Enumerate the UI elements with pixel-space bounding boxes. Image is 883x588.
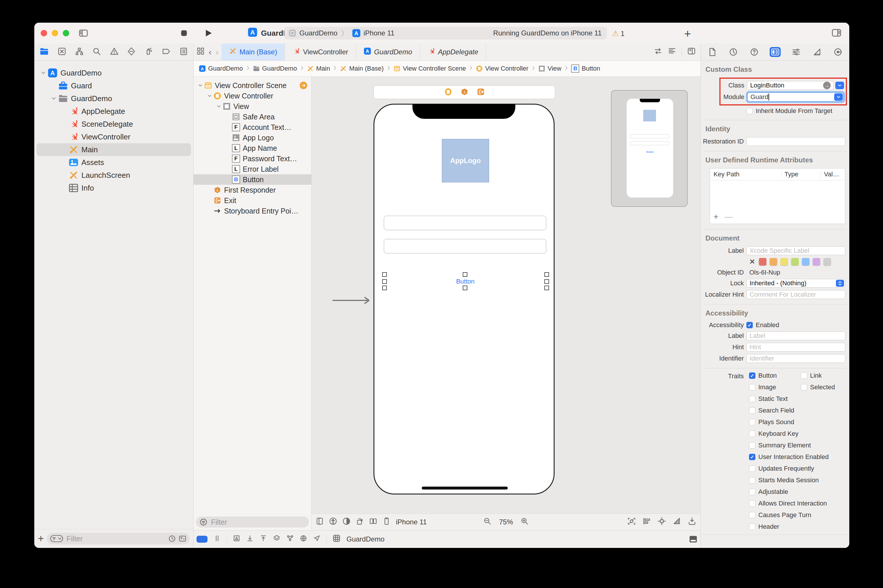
color-swatch[interactable] <box>770 258 777 266</box>
selection-handle[interactable] <box>544 286 549 290</box>
sidebar-item-guard[interactable]: Guard <box>37 79 191 92</box>
file-inspector-icon[interactable] <box>707 47 718 57</box>
tab-appdelegate[interactable]: AppDelegate <box>420 44 486 60</box>
breadcrumb-main-base-[interactable]: Main (Base) <box>340 65 384 72</box>
running-app-name[interactable]: GuardDemo <box>347 535 384 543</box>
canvas-device-label[interactable]: iPhone 11 <box>396 518 426 526</box>
memory-graph-icon[interactable] <box>286 534 294 544</box>
breadcrumb-view-controller[interactable]: View Controller <box>476 65 529 72</box>
outline-item-view-controller[interactable]: View Controller <box>194 91 311 101</box>
sidebar-item-guarddemo[interactable]: GuardDemo <box>37 92 191 105</box>
add-attribute-button[interactable]: + <box>713 212 718 221</box>
document-label-field[interactable]: Xcode Specific Label <box>746 246 845 255</box>
simulator-location-icon[interactable] <box>313 534 321 544</box>
color-swatch[interactable] <box>759 258 766 266</box>
navigator-filter-field[interactable] <box>47 533 190 544</box>
color-swatch[interactable] <box>823 258 831 266</box>
first-responder-dock-icon[interactable]: 1 <box>460 87 469 98</box>
device-preview-minimap[interactable]: Button <box>611 90 688 207</box>
tab-main-base-[interactable]: Main (Base) <box>221 44 285 60</box>
project-navigator-icon[interactable] <box>39 47 49 57</box>
color-swatch[interactable] <box>812 258 820 266</box>
related-items-icon[interactable] <box>197 47 204 57</box>
go-back-icon[interactable]: ‹ <box>209 47 212 57</box>
sidebar-item-launchscreen[interactable]: LaunchScreen <box>37 169 191 182</box>
swap-editor-icon[interactable] <box>654 47 662 57</box>
add-editor-icon[interactable] <box>687 47 696 57</box>
add-tab-button[interactable]: + <box>684 27 691 40</box>
help-inspector-icon[interactable] <box>749 47 760 57</box>
outline-item-password-text-[interactable]: FPassword Text… <box>194 153 311 164</box>
selection-handle[interactable] <box>382 286 387 290</box>
go-forward-icon[interactable]: › <box>216 47 219 57</box>
breakpoint-navigator-icon[interactable] <box>162 47 171 57</box>
selection-handle[interactable] <box>544 272 549 277</box>
stop-button[interactable] <box>180 29 188 37</box>
align-icon[interactable] <box>642 517 651 527</box>
update-frames-icon[interactable] <box>627 517 636 527</box>
disclosure-chevron-icon[interactable] <box>206 93 213 99</box>
sidebar-item-appdelegate[interactable]: AppDelegate <box>37 105 191 118</box>
trait-checkbox[interactable] <box>749 419 755 425</box>
download-indicator-icon[interactable] <box>246 534 254 544</box>
debug-navigator-icon[interactable] <box>144 47 153 57</box>
scene-arrow-badge[interactable]: ➜ <box>300 82 307 89</box>
outline-filter-input[interactable] <box>210 518 305 527</box>
minimize-window-button[interactable] <box>52 30 58 36</box>
embed-icon[interactable] <box>688 517 697 527</box>
sidebar-item-guarddemo[interactable]: AGuardDemo <box>37 66 191 79</box>
outline-item-exit[interactable]: Exit <box>194 195 311 206</box>
split-preview-icon[interactable] <box>369 517 377 527</box>
symbol-navigator-icon[interactable] <box>75 47 84 57</box>
selection-handle[interactable] <box>463 286 467 290</box>
module-field[interactable]: Guard <box>747 92 844 102</box>
toggle-right-sidebar-icon[interactable] <box>831 28 842 39</box>
size-inspector-icon[interactable] <box>811 47 823 57</box>
account-text-field[interactable] <box>384 216 547 230</box>
sidebar-item-info[interactable]: Info <box>37 182 191 194</box>
module-dropdown-button[interactable] <box>834 93 843 101</box>
scheme-destination[interactable]: A iPhone 11 <box>352 29 394 38</box>
trait-checkbox[interactable] <box>749 489 755 495</box>
run-button[interactable] <box>204 29 213 38</box>
selection-handle[interactable] <box>544 279 549 284</box>
trait-checkbox[interactable] <box>749 512 755 518</box>
disclosure-chevron-icon[interactable] <box>215 104 223 109</box>
attributes-inspector-icon[interactable] <box>791 47 802 57</box>
accessibility-enabled-checkbox[interactable]: ✓ <box>746 322 753 328</box>
trait-checkbox[interactable] <box>749 396 755 402</box>
outline-item-app-name[interactable]: LApp Name <box>194 143 311 153</box>
history-inspector-icon[interactable] <box>728 47 739 57</box>
resolve-autolayout-icon[interactable] <box>673 517 681 527</box>
class-dropdown-button[interactable] <box>835 82 844 89</box>
trait-checkbox[interactable]: ✓ <box>749 454 755 460</box>
inherit-module-checkbox[interactable] <box>746 108 753 114</box>
zoom-in-icon[interactable] <box>521 517 529 527</box>
lock-popup-stepper[interactable] <box>836 280 844 287</box>
iphone-canvas-frame[interactable]: AppLogo Button <box>374 104 554 495</box>
minimap-icon[interactable] <box>668 47 676 57</box>
trait-checkbox[interactable] <box>749 407 755 414</box>
tab-guarddemo[interactable]: AGuardDemo <box>356 44 420 60</box>
storyboard-canvas[interactable]: 1 AppLogo Button <box>312 77 700 514</box>
password-text-field[interactable] <box>384 239 547 254</box>
trait-checkbox[interactable] <box>749 500 755 507</box>
debug-view-hierarchy-icon[interactable] <box>233 534 240 544</box>
add-file-button[interactable]: + <box>38 532 44 545</box>
outline-item-storyboard-entry-poi-[interactable]: Storyboard Entry Poi… <box>194 206 311 216</box>
exit-dock-icon[interactable] <box>476 87 485 98</box>
tab-viewcontroller[interactable]: ViewController <box>285 44 356 60</box>
trait-checkbox[interactable] <box>749 384 755 390</box>
outline-item-view-controller-scene[interactable]: View Controller Scene➜ <box>194 80 311 91</box>
trait-checkbox[interactable] <box>749 477 755 483</box>
close-window-button[interactable] <box>41 30 47 36</box>
orientation-icon[interactable] <box>356 517 364 527</box>
hide-outline-icon[interactable] <box>315 517 324 527</box>
trait-checkbox[interactable] <box>749 524 755 530</box>
device-icon[interactable] <box>383 517 390 527</box>
toggle-left-sidebar-icon[interactable] <box>78 28 89 38</box>
breadcrumb-guarddemo[interactable]: AGuardDemo <box>199 65 243 72</box>
breakpoints-toggle[interactable] <box>197 536 207 543</box>
restoration-id-field[interactable] <box>746 137 845 146</box>
lock-popup[interactable]: Inherited - (Nothing) <box>746 279 845 288</box>
